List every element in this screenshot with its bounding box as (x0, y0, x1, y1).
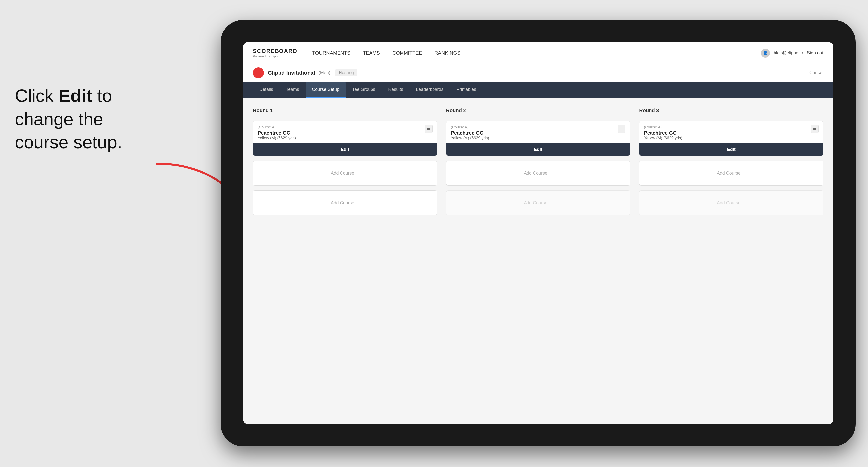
round-3-course-details: Yellow (M) (6629 yds) (644, 136, 682, 141)
round-3-add-course-1-label: Add Course (717, 170, 741, 176)
main-content: Round 1 (Course A) Peachtree GC Yellow (… (243, 98, 833, 424)
round-1-add-plus-1: + (356, 170, 359, 176)
round-1-add-course-1-label: Add Course (331, 170, 354, 176)
tournament-bar: C Clippd Invitational (Men) Hosting Canc… (243, 64, 833, 82)
round-1-add-course-1[interactable]: Add Course + (253, 161, 437, 186)
round-3-add-plus-2: + (743, 200, 746, 206)
round-3-add-course-1[interactable]: Add Course + (639, 161, 824, 186)
tournament-logo-icon: C (253, 67, 264, 79)
round-1-course-details: Yellow (M) (6629 yds) (258, 136, 296, 141)
user-avatar: 👤 (761, 49, 770, 58)
round-3-course-tag: (Course A) (644, 125, 682, 129)
hosting-badge: Hosting (335, 69, 358, 76)
round-1-add-course-2[interactable]: Add Course + (253, 190, 437, 215)
tournament-gender: (Men) (319, 70, 330, 75)
nav-teams[interactable]: TEAMS (363, 48, 380, 58)
round-3-course-name: Peachtree GC (644, 130, 682, 136)
round-1-column: Round 1 (Course A) Peachtree GC Yellow (… (253, 107, 437, 215)
round-3-title: Round 3 (639, 107, 824, 113)
round-1-delete-button[interactable]: 🗑 (425, 125, 433, 133)
round-2-column: Round 2 (Course A) Peachtree GC Yellow (… (446, 107, 630, 215)
round-1-add-course-2-label: Add Course (331, 200, 354, 206)
round-2-title: Round 2 (446, 107, 630, 113)
round-3-edit-button[interactable]: Edit (639, 143, 823, 156)
user-email: blair@clippd.io (774, 50, 803, 56)
round-1-course-tag: (Course A) (258, 125, 296, 129)
round-3-add-plus-1: + (743, 170, 746, 176)
tab-tee-groups[interactable]: Tee Groups (346, 82, 382, 98)
round-3-add-course-2: Add Course + (639, 190, 824, 215)
round-2-edit-button[interactable]: Edit (446, 143, 630, 156)
round-1-add-plus-2: + (356, 200, 359, 206)
round-1-course-name: Peachtree GC (258, 130, 296, 136)
round-2-course-info: (Course A) Peachtree GC Yellow (M) (6629… (451, 125, 489, 141)
sign-out-link[interactable]: Sign out (807, 50, 824, 56)
nav-right: 👤 blair@clippd.io Sign out (761, 49, 824, 58)
round-2-add-course-1-label: Add Course (524, 170, 547, 176)
round-1-course-header: (Course A) Peachtree GC Yellow (M) (6629… (253, 121, 437, 143)
tab-teams[interactable]: Teams (279, 82, 306, 98)
round-2-course-card: (Course A) Peachtree GC Yellow (M) (6629… (446, 121, 630, 156)
round-1-course-info: (Course A) Peachtree GC Yellow (M) (6629… (258, 125, 296, 141)
c-logo-letter: C (256, 69, 261, 76)
instruction-bold: Edit (59, 86, 92, 106)
rounds-grid: Round 1 (Course A) Peachtree GC Yellow (… (253, 107, 824, 215)
round-3-course-card: (Course A) Peachtree GC Yellow (M) (6629… (639, 121, 824, 156)
round-3-course-header: (Course A) Peachtree GC Yellow (M) (6629… (639, 121, 823, 143)
round-2-add-course-1[interactable]: Add Course + (446, 161, 630, 186)
nav-committee[interactable]: COMMITTEE (392, 48, 422, 58)
logo-area: SCOREBOARD Powered by clippd (253, 48, 297, 58)
tournament-name: Clippd Invitational (268, 70, 315, 76)
round-2-course-header: (Course A) Peachtree GC Yellow (M) (6629… (446, 121, 630, 143)
top-navigation: SCOREBOARD Powered by clippd TOURNAMENTS… (243, 42, 833, 64)
nav-rankings[interactable]: RANKINGS (434, 48, 460, 58)
instruction-text: Click Edit tochange thecourse setup. (15, 84, 122, 154)
round-2-add-plus-2: + (549, 200, 553, 206)
round-3-course-info: (Course A) Peachtree GC Yellow (M) (6629… (644, 125, 682, 141)
round-1-course-card: (Course A) Peachtree GC Yellow (M) (6629… (253, 121, 437, 156)
round-2-course-details: Yellow (M) (6629 yds) (451, 136, 489, 141)
round-3-column: Round 3 (Course A) Peachtree GC Yellow (… (639, 107, 824, 215)
tabs-bar: Details Teams Course Setup Tee Groups Re… (243, 82, 833, 98)
cancel-button[interactable]: Cancel (809, 70, 824, 75)
tablet-device: SCOREBOARD Powered by clippd TOURNAMENTS… (221, 20, 856, 446)
round-2-course-name: Peachtree GC (451, 130, 489, 136)
round-3-delete-button[interactable]: 🗑 (811, 125, 819, 133)
tab-course-setup[interactable]: Course Setup (306, 82, 346, 98)
round-2-add-course-2-label: Add Course (524, 200, 547, 206)
tab-leaderboards[interactable]: Leaderboards (409, 82, 450, 98)
round-2-add-course-2: Add Course + (446, 190, 630, 215)
round-2-delete-button[interactable]: 🗑 (618, 125, 625, 133)
logo-subtitle: Powered by clippd (253, 54, 297, 58)
tab-results[interactable]: Results (382, 82, 409, 98)
nav-tournaments[interactable]: TOURNAMENTS (312, 48, 350, 58)
round-1-title: Round 1 (253, 107, 437, 113)
tab-printables[interactable]: Printables (450, 82, 483, 98)
tablet-screen: SCOREBOARD Powered by clippd TOURNAMENTS… (243, 42, 833, 424)
round-2-course-tag: (Course A) (451, 125, 489, 129)
tab-details[interactable]: Details (253, 82, 279, 98)
round-1-edit-button[interactable]: Edit (253, 143, 437, 156)
nav-links: TOURNAMENTS TEAMS COMMITTEE RANKINGS (312, 48, 761, 58)
scoreboard-logo: SCOREBOARD (253, 48, 297, 54)
round-2-add-plus-1: + (549, 170, 553, 176)
round-3-add-course-2-label: Add Course (717, 200, 741, 206)
